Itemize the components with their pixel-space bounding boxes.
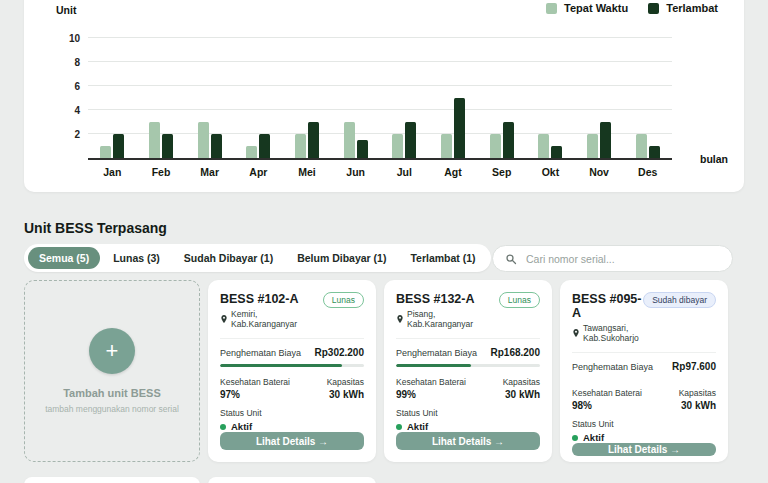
bar-tepat-waktu-Mar [198, 122, 209, 158]
battery-label: Kesehatan Baterai [220, 377, 290, 387]
card-location-text: Pisang, Kab.Karanganyar [407, 309, 499, 329]
month-label-Jul: Jul [380, 166, 429, 178]
card-title: BESS #102-A [220, 292, 323, 306]
savings-progress [220, 364, 364, 367]
bar-tepat-waktu-Apr [246, 146, 257, 158]
month-label-Apr: Apr [234, 166, 283, 178]
savings-amount: Rp302.200 [315, 347, 364, 358]
battery-capacity-row: Kesehatan Baterai 99% Kapasitas 30 kWh [396, 377, 540, 400]
search-input[interactable] [524, 252, 720, 266]
y-tick-label: 10 [54, 33, 80, 44]
plus-icon[interactable]: + [89, 328, 135, 374]
add-card-title: Tambah unit BESS [63, 387, 161, 399]
capacity-label: Kapasitas [327, 377, 364, 387]
tab-belum-dibayar[interactable]: Belum Dibayar (1) [286, 247, 397, 269]
savings-label: Penghematan Biaya [396, 348, 477, 358]
savings-progress [396, 364, 540, 367]
capacity-col: Kapasitas 30 kWh [327, 377, 364, 400]
bar-tepat-waktu-Agt [441, 134, 452, 158]
y-tick-label: 2 [54, 129, 80, 140]
tab-semua[interactable]: Semua (5) [28, 247, 100, 269]
y-axis-title: Unit [56, 4, 76, 16]
status-dot-icon [396, 424, 402, 430]
card-head: BESS #102-A Kemiri, Kab.Karanganyar Luna… [220, 292, 364, 329]
card-location-text: Tawangsari, Kab.Sukoharjo [583, 323, 643, 343]
bar-tepat-waktu-Nov [587, 134, 598, 158]
bar-tepat-waktu-Mei [295, 134, 306, 158]
tab-terlambat[interactable]: Terlambat (1) [399, 247, 486, 269]
battery-col: Kesehatan Baterai 98% [572, 388, 642, 411]
location-pin-icon [396, 314, 404, 324]
capacity-col: Kapasitas 30 kWh [679, 388, 716, 411]
savings-progress-fill [396, 364, 471, 367]
bar-group-Okt [526, 34, 575, 158]
month-label-Mar: Mar [185, 166, 234, 178]
bar-group-Agt [429, 34, 478, 158]
lihat-details-button[interactable]: Lihat Details → [572, 443, 716, 456]
location-pin-icon [220, 314, 228, 324]
legend-label-tepat-waktu: Tepat Waktu [564, 2, 628, 14]
bar-tepat-waktu-Feb [149, 122, 160, 158]
status-badge: Lunas [499, 292, 540, 308]
bar-group-Jul [380, 34, 429, 158]
bar-group-Apr [234, 34, 283, 158]
bar-terlambat-Apr [259, 134, 270, 158]
y-tick-label: 6 [54, 81, 80, 92]
status-value: Aktif [583, 432, 604, 443]
month-label-Jan: Jan [88, 166, 137, 178]
tab-lunas[interactable]: Lunas (3) [102, 247, 171, 269]
month-label-Jun: Jun [331, 166, 380, 178]
bar-terlambat-Jun [357, 140, 368, 158]
bar-terlambat-Jan [113, 134, 124, 158]
card-location: Tawangsari, Kab.Sukoharjo [572, 323, 643, 343]
card-location-text: Kemiri, Kab.Karanganyar [231, 309, 323, 329]
bar-tepat-waktu-Sep [490, 134, 501, 158]
savings-row: Penghematan Biaya Rp97.600 [572, 352, 716, 372]
bar-group-Feb [137, 34, 186, 158]
battery-value: 99% [396, 389, 466, 400]
battery-label: Kesehatan Baterai [396, 377, 466, 387]
legend-swatch-terlambat-icon [648, 3, 659, 14]
add-bess-unit-card[interactable]: + Tambah unit BESS tambah menggunakan no… [24, 280, 200, 462]
legend-label-terlambat: Terlambat [666, 2, 718, 14]
x-axis-title: bulan [700, 153, 728, 165]
lihat-details-button[interactable]: Lihat Details → [396, 432, 540, 450]
battery-capacity-row: Kesehatan Baterai 97% Kapasitas 30 kWh [220, 377, 364, 400]
bar-group-Sep [477, 34, 526, 158]
capacity-value: 30 kWh [327, 389, 364, 400]
month-label-Mei: Mei [283, 166, 332, 178]
status-dot-icon [572, 435, 578, 441]
bess-card: BESS #132-A Pisang, Kab.Karanganyar Luna… [384, 280, 552, 462]
battery-value: 97% [220, 389, 290, 400]
tab-sudah-dibayar[interactable]: Sudah Dibayar (1) [173, 247, 284, 269]
bar-terlambat-Feb [162, 134, 173, 158]
bess-card: BESS #102-A Kemiri, Kab.Karanganyar Luna… [208, 280, 376, 462]
bar-group-Mar [185, 34, 234, 158]
bar-terlambat-Des [649, 146, 660, 158]
bess-card-grid: + Tambah unit BESS tambah menggunakan no… [24, 280, 728, 462]
bar-terlambat-Jul [405, 122, 416, 158]
status-unit-label: Status Unit [220, 408, 364, 418]
status-dot-icon [220, 424, 226, 430]
page-title: Unit BESS Terpasang [24, 220, 167, 236]
bar-terlambat-Nov [600, 122, 611, 158]
bar-group-Des [623, 34, 672, 158]
bar-tepat-waktu-Jul [392, 134, 403, 158]
bar-terlambat-Agt [454, 98, 465, 158]
bar-terlambat-Mei [308, 122, 319, 158]
month-label-Sep: Sep [477, 166, 526, 178]
lihat-details-button[interactable]: Lihat Details → [220, 432, 364, 450]
savings-row: Penghematan Biaya Rp168.200 [396, 338, 540, 358]
capacity-value: 30 kWh [503, 389, 540, 400]
battery-value: 98% [572, 400, 642, 411]
status-row: Aktif [572, 432, 716, 443]
month-label-Nov: Nov [575, 166, 624, 178]
bar-terlambat-Okt [551, 146, 562, 158]
legend-swatch-tepat-waktu-icon [546, 3, 557, 14]
partial-card [24, 477, 200, 483]
search-bar [492, 245, 733, 272]
location-pin-icon [572, 328, 580, 338]
capacity-label: Kapasitas [679, 388, 716, 398]
next-row-partial-cards [24, 477, 376, 483]
partial-card [208, 477, 376, 483]
